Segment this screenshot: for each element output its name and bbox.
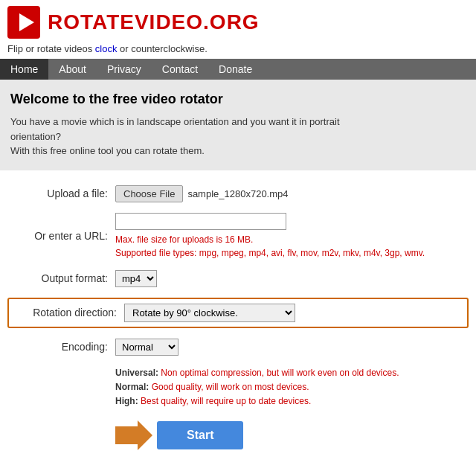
logo-icon [7,6,40,39]
rotation-label: Rotation direction: [16,307,124,318]
hero-description: You have a movie which is in landscape o… [10,115,466,158]
nav-privacy[interactable]: Privacy [97,59,152,80]
url-input[interactable] [115,213,286,230]
arrow-icon [115,420,152,450]
rotation-control: Rotate by 90° clockwise. Rotate by 90° c… [124,304,295,322]
nav-about[interactable]: About [48,59,97,80]
encoding-universal-desc: Non optimal compression, but will work e… [158,368,399,378]
hint-filesize: Max. file size for uploads is 16 MB. [115,233,425,246]
output-format-label: Output format: [7,272,115,284]
upload-control: Choose File sample_1280x720.mp4 [115,185,289,202]
encoding-normal-desc: Good quality, will work on most devices. [149,382,309,392]
nav-donate[interactable]: Donate [208,59,263,80]
upload-row: Upload a file: Choose File sample_1280x7… [7,185,469,202]
rotation-select[interactable]: Rotate by 90° clockwise. Rotate by 90° c… [124,304,295,322]
nav-home[interactable]: Home [0,59,48,80]
choose-file-button[interactable]: Choose File [115,185,183,202]
hint-filetypes: Supported file types: mpg, mpeg, mp4, av… [115,246,425,260]
encoding-universal-label: Universal: [115,368,158,378]
nav-contact[interactable]: Contact [152,59,208,80]
header: ROTATEVIDEO.ORG [0,0,476,42]
encoding-select[interactable]: Universal Normal High [115,339,178,356]
tagline-text: Flip or rotate videos clock or countercl… [7,43,208,54]
start-button[interactable]: Start [157,421,243,449]
output-format-select[interactable]: mp4 avi mov mkv [115,270,157,287]
site-title: ROTATEVIDEO.ORG [48,10,260,34]
url-label: Or enter a URL: [7,230,115,242]
encoding-high-desc: Best quality, will require up to date de… [138,396,312,406]
encoding-high-label: High: [115,396,138,406]
rotation-direction-row: Rotation direction: Rotate by 90° clockw… [7,298,469,328]
output-format-row: Output format: mp4 avi mov mkv [7,270,469,287]
url-control: Max. file size for uploads is 16 MB. Sup… [115,213,469,260]
encoding-normal-label: Normal: [115,382,149,392]
file-name: sample_1280x720.mp4 [187,188,288,199]
tagline: Flip or rotate videos clock or countercl… [0,42,476,59]
encoding-label: Encoding: [7,341,115,353]
svg-marker-2 [115,420,152,450]
output-format-control: mp4 avi mov mkv [115,270,157,287]
navigation: Home About Privacy Contact Donate [0,59,476,80]
encoding-row: Encoding: Universal Normal High [7,339,469,356]
encoding-hints: Universal: Non optimal compression, but … [115,366,469,409]
hero-title: Welcome to the free video rotator [10,92,466,107]
encoding-control: Universal Normal High [115,339,178,356]
upload-label: Upload a file: [7,188,115,199]
hero-section: Welcome to the free video rotator You ha… [0,80,476,170]
url-row: Or enter a URL: Max. file size for uploa… [7,213,469,260]
main-content: Upload a file: Choose File sample_1280x7… [0,170,476,466]
clock-link[interactable]: clock [95,43,118,54]
start-row: Start [115,420,469,450]
url-hints: Max. file size for uploads is 16 MB. Sup… [115,233,425,260]
